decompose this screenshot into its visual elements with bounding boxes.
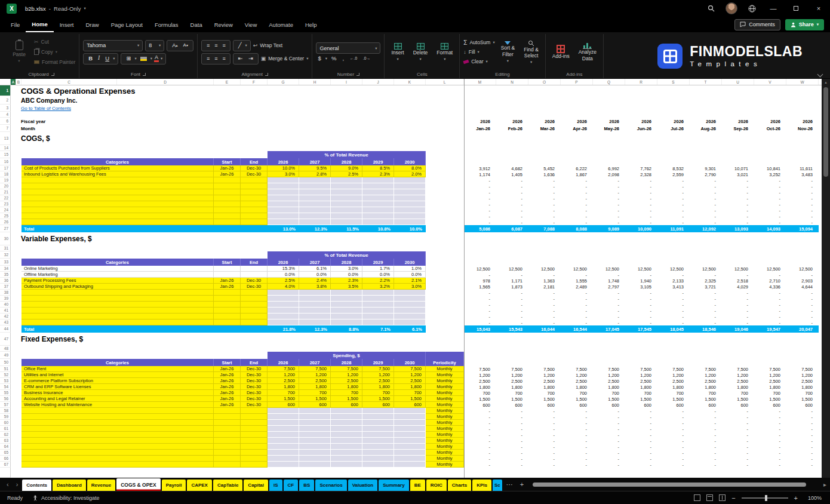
- category-cell[interactable]: E-commerce Platform Subscription: [21, 378, 214, 384]
- month-value-cell[interactable]: -: [690, 414, 722, 420]
- month-value-cell[interactable]: -: [496, 450, 528, 456]
- category-cell[interactable]: [21, 319, 214, 325]
- find-select-button[interactable]: Find & Select ▾: [521, 40, 542, 64]
- month-value-cell[interactable]: -: [690, 319, 722, 325]
- row-header[interactable]: 40: [0, 302, 11, 308]
- month-value-cell[interactable]: -: [464, 302, 496, 308]
- year-value-cell[interactable]: [362, 432, 394, 438]
- ribbon-tab-data[interactable]: Data: [185, 17, 208, 32]
- start-cell[interactable]: [214, 266, 241, 272]
- end-cell[interactable]: Dec-30: [241, 384, 268, 390]
- category-cell[interactable]: [21, 444, 214, 450]
- fiscal-year-cell[interactable]: 2026: [561, 118, 593, 125]
- year-value-cell[interactable]: [268, 414, 299, 420]
- borders-button[interactable]: ⊞: [124, 56, 133, 62]
- total-month-cell[interactable]: 13,093: [722, 225, 754, 232]
- month-value-cell[interactable]: -: [754, 420, 786, 426]
- year-value-cell[interactable]: [331, 195, 362, 201]
- year-value-cell[interactable]: 0.0%: [362, 272, 394, 278]
- more-sheets-button[interactable]: ⋯: [503, 478, 516, 491]
- row-header[interactable]: 44: [0, 325, 11, 333]
- month-value-cell[interactable]: -: [528, 290, 561, 296]
- align-center-button[interactable]: ≡: [213, 56, 219, 62]
- zoom-slider-thumb[interactable]: [765, 495, 767, 501]
- start-cell[interactable]: [214, 319, 241, 325]
- year-value-cell[interactable]: 1,500: [331, 396, 362, 402]
- year-value-cell[interactable]: [268, 426, 299, 432]
- fiscal-year-cell[interactable]: 2026: [593, 118, 625, 125]
- total-month-cell[interactable]: 11,091: [657, 225, 690, 232]
- year-value-cell[interactable]: 600: [331, 402, 362, 408]
- month-value-cell[interactable]: -: [464, 450, 496, 456]
- month-value-cell[interactable]: -: [722, 462, 754, 468]
- end-cell[interactable]: [241, 302, 268, 308]
- month-value-cell[interactable]: 12,500: [722, 266, 754, 272]
- month-value-cell[interactable]: 1,500: [754, 396, 786, 402]
- month-value-cell[interactable]: 9,301: [690, 165, 722, 171]
- month-value-cell[interactable]: 1,636: [528, 171, 561, 177]
- category-cell[interactable]: [21, 302, 214, 308]
- month-value-cell[interactable]: -: [786, 438, 819, 444]
- insert-cells-button[interactable]: Insert▾: [388, 43, 407, 61]
- year-value-cell[interactable]: 1,200: [394, 372, 426, 378]
- row-header[interactable]: 62: [0, 432, 11, 438]
- year-value-cell[interactable]: [331, 308, 362, 314]
- year-value-cell[interactable]: 7,500: [268, 366, 299, 372]
- month-value-cell[interactable]: 7,500: [496, 366, 528, 372]
- year-value-cell[interactable]: [268, 177, 299, 183]
- month-value-cell[interactable]: -: [657, 420, 690, 426]
- close-button[interactable]: ×: [807, 0, 830, 17]
- month-value-cell[interactable]: 2,500: [464, 378, 496, 384]
- year-value-cell[interactable]: [362, 195, 394, 201]
- month-value-cell[interactable]: 1,200: [690, 372, 722, 378]
- ribbon-tab-home[interactable]: Home: [26, 17, 53, 32]
- month-value-cell[interactable]: -: [593, 213, 625, 219]
- total-month-cell[interactable]: 16,044: [528, 325, 561, 333]
- month-value-cell[interactable]: -: [496, 272, 528, 278]
- end-cell[interactable]: Dec-30: [241, 390, 268, 396]
- month-value-cell[interactable]: -: [561, 456, 593, 462]
- month-value-cell[interactable]: -: [464, 308, 496, 314]
- year-value-cell[interactable]: [268, 462, 299, 468]
- month-value-cell[interactable]: -: [786, 213, 819, 219]
- periodicity-cell[interactable]: Monthly: [426, 438, 464, 444]
- month-value-cell[interactable]: -: [464, 213, 496, 219]
- year-value-cell[interactable]: [362, 408, 394, 414]
- month-value-cell[interactable]: 600: [754, 402, 786, 408]
- row-header[interactable]: 54: [0, 384, 11, 390]
- month-value-cell[interactable]: 12,500: [561, 266, 593, 272]
- account-button[interactable]: [721, 0, 742, 17]
- sheet-tab-is[interactable]: IS: [269, 480, 282, 491]
- month-value-cell[interactable]: -: [593, 296, 625, 302]
- total-month-cell[interactable]: 9,089: [593, 225, 625, 232]
- month-value-cell[interactable]: -: [657, 201, 690, 207]
- month-value-cell[interactable]: 600: [464, 402, 496, 408]
- year-value-cell[interactable]: [394, 296, 426, 302]
- year-value-cell[interactable]: [362, 444, 394, 450]
- month-value-cell[interactable]: -: [561, 314, 593, 319]
- year-value-cell[interactable]: [394, 450, 426, 456]
- month-value-cell[interactable]: -: [690, 420, 722, 426]
- year-value-cell[interactable]: 2,500: [362, 378, 394, 384]
- month-value-cell[interactable]: -: [464, 177, 496, 183]
- month-value-cell[interactable]: -: [657, 432, 690, 438]
- month-value-cell[interactable]: 3,912: [464, 165, 496, 171]
- row-header[interactable]: 16: [0, 158, 11, 165]
- year-value-cell[interactable]: [268, 296, 299, 302]
- month-value-cell[interactable]: -: [754, 201, 786, 207]
- empty-cell[interactable]: [11, 112, 464, 118]
- month-value-cell[interactable]: -: [625, 319, 657, 325]
- month-value-cell[interactable]: 6,992: [593, 165, 625, 171]
- month-value-cell[interactable]: -: [657, 456, 690, 462]
- month-value-cell[interactable]: -: [657, 438, 690, 444]
- start-cell[interactable]: [214, 272, 241, 278]
- month-value-cell[interactable]: 700: [657, 390, 690, 396]
- year-value-cell[interactable]: 7,500: [362, 366, 394, 372]
- year-value-cell[interactable]: [299, 408, 331, 414]
- month-value-cell[interactable]: -: [561, 319, 593, 325]
- month-value-cell[interactable]: -: [464, 314, 496, 319]
- font-name-select[interactable]: Tahoma▾: [83, 40, 143, 51]
- ribbon-tab-help[interactable]: Help: [299, 17, 323, 32]
- year-value-cell[interactable]: [362, 189, 394, 195]
- ribbon-tab-draw[interactable]: Draw: [79, 17, 104, 32]
